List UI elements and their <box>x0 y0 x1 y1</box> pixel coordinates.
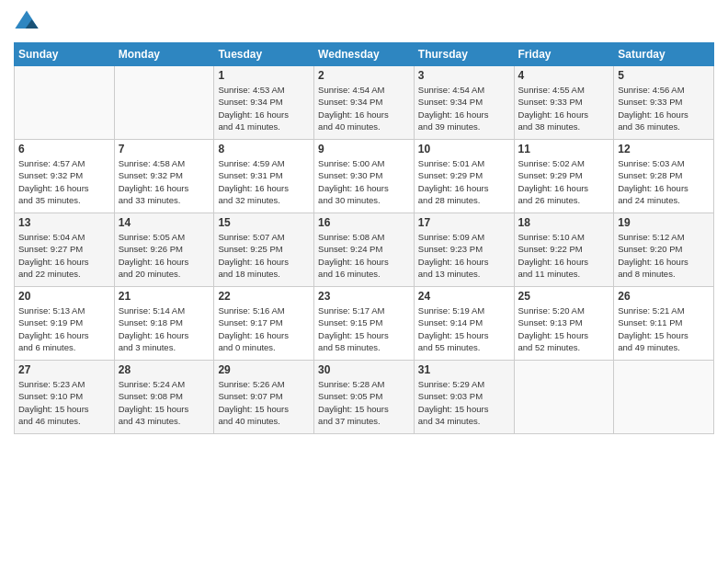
day-number: 19 <box>618 216 710 229</box>
week-row-3: 13Sunrise: 5:04 AM Sunset: 9:27 PM Dayli… <box>15 213 714 287</box>
weekday-header-saturday: Saturday <box>614 43 714 66</box>
header <box>14 9 714 35</box>
calendar-cell: 13Sunrise: 5:04 AM Sunset: 9:27 PM Dayli… <box>15 213 115 287</box>
day-info: Sunrise: 4:58 AM Sunset: 9:32 PM Dayligh… <box>119 157 210 206</box>
weekday-header-row: SundayMondayTuesdayWednesdayThursdayFrid… <box>15 43 714 66</box>
calendar-cell: 7Sunrise: 4:58 AM Sunset: 9:32 PM Daylig… <box>114 140 214 213</box>
day-info: Sunrise: 5:23 AM Sunset: 9:10 PM Dayligh… <box>18 378 110 427</box>
calendar-cell: 16Sunrise: 5:08 AM Sunset: 9:24 PM Dayli… <box>314 213 415 287</box>
week-row-1: 1Sunrise: 4:53 AM Sunset: 9:34 PM Daylig… <box>15 66 714 140</box>
calendar-table: SundayMondayTuesdayWednesdayThursdayFrid… <box>14 42 714 434</box>
calendar-cell <box>614 361 714 434</box>
day-number: 29 <box>218 363 310 376</box>
day-number: 13 <box>18 216 110 229</box>
day-number: 26 <box>618 290 710 303</box>
day-info: Sunrise: 5:14 AM Sunset: 9:18 PM Dayligh… <box>119 304 210 353</box>
day-number: 10 <box>418 143 510 155</box>
calendar-cell: 11Sunrise: 5:02 AM Sunset: 9:29 PM Dayli… <box>514 140 614 213</box>
calendar-cell: 4Sunrise: 4:55 AM Sunset: 9:33 PM Daylig… <box>514 66 614 140</box>
week-row-4: 20Sunrise: 5:13 AM Sunset: 9:19 PM Dayli… <box>15 287 714 361</box>
calendar-cell: 19Sunrise: 5:12 AM Sunset: 9:20 PM Dayli… <box>614 213 714 287</box>
day-number: 21 <box>119 290 210 303</box>
day-number: 28 <box>119 363 210 376</box>
day-number: 6 <box>18 143 110 155</box>
weekday-header-thursday: Thursday <box>414 43 514 66</box>
day-info: Sunrise: 4:55 AM Sunset: 9:33 PM Dayligh… <box>518 84 610 132</box>
day-info: Sunrise: 5:16 AM Sunset: 9:17 PM Dayligh… <box>218 304 310 353</box>
day-number: 22 <box>218 290 310 303</box>
day-number: 31 <box>418 363 510 376</box>
calendar-cell: 10Sunrise: 5:01 AM Sunset: 9:29 PM Dayli… <box>414 140 514 213</box>
day-number: 3 <box>418 69 510 82</box>
calendar-cell: 3Sunrise: 4:54 AM Sunset: 9:34 PM Daylig… <box>414 66 514 140</box>
day-number: 8 <box>218 143 310 155</box>
day-info: Sunrise: 5:12 AM Sunset: 9:20 PM Dayligh… <box>618 231 710 280</box>
day-info: Sunrise: 5:04 AM Sunset: 9:27 PM Dayligh… <box>18 231 110 280</box>
weekday-header-tuesday: Tuesday <box>214 43 314 66</box>
day-info: Sunrise: 5:29 AM Sunset: 9:03 PM Dayligh… <box>418 378 510 427</box>
calendar-cell: 31Sunrise: 5:29 AM Sunset: 9:03 PM Dayli… <box>414 361 514 434</box>
calendar-cell: 1Sunrise: 4:53 AM Sunset: 9:34 PM Daylig… <box>214 66 314 140</box>
day-number: 18 <box>518 216 610 229</box>
calendar-cell: 5Sunrise: 4:56 AM Sunset: 9:33 PM Daylig… <box>614 66 714 140</box>
day-number: 23 <box>318 290 410 303</box>
week-row-2: 6Sunrise: 4:57 AM Sunset: 9:32 PM Daylig… <box>15 140 714 213</box>
day-info: Sunrise: 5:03 AM Sunset: 9:28 PM Dayligh… <box>618 157 710 206</box>
calendar-cell: 27Sunrise: 5:23 AM Sunset: 9:10 PM Dayli… <box>15 361 115 434</box>
day-number: 4 <box>518 69 610 82</box>
calendar-cell: 22Sunrise: 5:16 AM Sunset: 9:17 PM Dayli… <box>214 287 314 361</box>
weekday-header-friday: Friday <box>514 43 614 66</box>
calendar-cell: 20Sunrise: 5:13 AM Sunset: 9:19 PM Dayli… <box>15 287 115 361</box>
day-info: Sunrise: 5:24 AM Sunset: 9:08 PM Dayligh… <box>119 378 210 427</box>
weekday-header-wednesday: Wednesday <box>314 43 415 66</box>
day-info: Sunrise: 4:54 AM Sunset: 9:34 PM Dayligh… <box>318 84 410 132</box>
calendar-cell: 24Sunrise: 5:19 AM Sunset: 9:14 PM Dayli… <box>414 287 514 361</box>
day-number: 30 <box>318 363 410 376</box>
day-number: 5 <box>618 69 710 82</box>
calendar-cell: 18Sunrise: 5:10 AM Sunset: 9:22 PM Dayli… <box>514 213 614 287</box>
day-info: Sunrise: 4:54 AM Sunset: 9:34 PM Dayligh… <box>418 84 510 132</box>
calendar-cell: 6Sunrise: 4:57 AM Sunset: 9:32 PM Daylig… <box>15 140 115 213</box>
day-info: Sunrise: 5:02 AM Sunset: 9:29 PM Dayligh… <box>518 157 610 206</box>
day-info: Sunrise: 4:59 AM Sunset: 9:31 PM Dayligh… <box>218 157 310 206</box>
calendar-cell: 8Sunrise: 4:59 AM Sunset: 9:31 PM Daylig… <box>214 140 314 213</box>
day-info: Sunrise: 5:09 AM Sunset: 9:23 PM Dayligh… <box>418 231 510 280</box>
day-info: Sunrise: 5:19 AM Sunset: 9:14 PM Dayligh… <box>418 304 510 353</box>
day-number: 9 <box>318 143 410 155</box>
day-number: 1 <box>218 69 310 82</box>
calendar-cell: 29Sunrise: 5:26 AM Sunset: 9:07 PM Dayli… <box>214 361 314 434</box>
calendar-cell <box>114 66 214 140</box>
calendar-cell: 9Sunrise: 5:00 AM Sunset: 9:30 PM Daylig… <box>314 140 415 213</box>
day-number: 2 <box>318 69 410 82</box>
calendar-cell: 12Sunrise: 5:03 AM Sunset: 9:28 PM Dayli… <box>614 140 714 213</box>
calendar-cell: 25Sunrise: 5:20 AM Sunset: 9:13 PM Dayli… <box>514 287 614 361</box>
day-info: Sunrise: 5:10 AM Sunset: 9:22 PM Dayligh… <box>518 231 610 280</box>
calendar-cell: 2Sunrise: 4:54 AM Sunset: 9:34 PM Daylig… <box>314 66 415 140</box>
day-number: 16 <box>318 216 410 229</box>
logo <box>14 9 43 35</box>
day-number: 20 <box>18 290 110 303</box>
weekday-header-monday: Monday <box>114 43 214 66</box>
day-number: 15 <box>218 216 310 229</box>
day-info: Sunrise: 5:01 AM Sunset: 9:29 PM Dayligh… <box>418 157 510 206</box>
logo-icon <box>14 9 40 35</box>
day-info: Sunrise: 4:56 AM Sunset: 9:33 PM Dayligh… <box>618 84 710 132</box>
day-info: Sunrise: 5:26 AM Sunset: 9:07 PM Dayligh… <box>218 378 310 427</box>
day-info: Sunrise: 5:20 AM Sunset: 9:13 PM Dayligh… <box>518 304 610 353</box>
day-info: Sunrise: 5:21 AM Sunset: 9:11 PM Dayligh… <box>618 304 710 353</box>
calendar-cell: 14Sunrise: 5:05 AM Sunset: 9:26 PM Dayli… <box>114 213 214 287</box>
week-row-5: 27Sunrise: 5:23 AM Sunset: 9:10 PM Dayli… <box>15 361 714 434</box>
calendar-cell: 26Sunrise: 5:21 AM Sunset: 9:11 PM Dayli… <box>614 287 714 361</box>
day-info: Sunrise: 5:13 AM Sunset: 9:19 PM Dayligh… <box>18 304 110 353</box>
weekday-header-sunday: Sunday <box>15 43 115 66</box>
day-number: 27 <box>18 363 110 376</box>
day-number: 24 <box>418 290 510 303</box>
day-number: 14 <box>119 216 210 229</box>
calendar-container: SundayMondayTuesdayWednesdayThursdayFrid… <box>0 0 728 443</box>
calendar-cell <box>514 361 614 434</box>
calendar-cell: 15Sunrise: 5:07 AM Sunset: 9:25 PM Dayli… <box>214 213 314 287</box>
calendar-cell: 17Sunrise: 5:09 AM Sunset: 9:23 PM Dayli… <box>414 213 514 287</box>
calendar-cell: 21Sunrise: 5:14 AM Sunset: 9:18 PM Dayli… <box>114 287 214 361</box>
day-info: Sunrise: 5:28 AM Sunset: 9:05 PM Dayligh… <box>318 378 410 427</box>
day-info: Sunrise: 5:00 AM Sunset: 9:30 PM Dayligh… <box>318 157 410 206</box>
